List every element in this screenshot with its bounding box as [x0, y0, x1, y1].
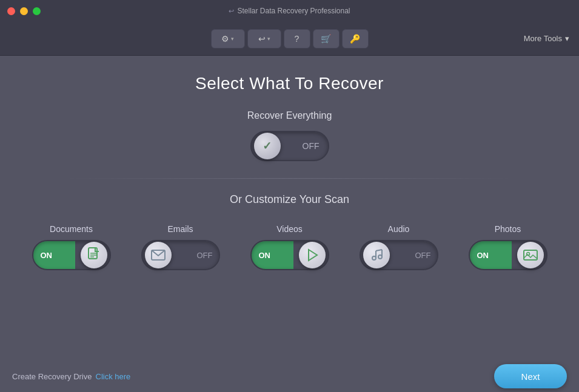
audio-label: Audio: [388, 224, 410, 234]
maximize-button[interactable]: [33, 7, 41, 15]
videos-label: Videos: [276, 224, 303, 234]
create-recovery-section: Create Recovery Drive Click here: [12, 372, 130, 381]
settings-dropdown-arrow: ▾: [231, 36, 234, 42]
key-icon: 🔑: [350, 34, 360, 44]
help-icon: ?: [295, 34, 300, 44]
cart-icon: 🛒: [321, 34, 331, 44]
videos-thumb: [299, 242, 326, 268]
svg-rect-11: [524, 250, 537, 260]
emails-off-label: OFF: [197, 251, 213, 260]
emails-thumb: [145, 242, 172, 268]
settings-icon: ⚙: [221, 34, 229, 44]
photos-thumb: [517, 242, 544, 268]
document-icon: [87, 247, 101, 263]
photos-icon: [523, 248, 538, 262]
photos-label: Photos: [495, 224, 521, 234]
audio-category: Audio OFF: [360, 224, 438, 270]
recover-everything-state-label: OFF: [303, 141, 320, 151]
videos-category: Videos ON: [250, 224, 329, 270]
video-icon: [306, 248, 319, 262]
recover-everything-track[interactable]: ✓ OFF: [250, 131, 329, 161]
cart-button[interactable]: 🛒: [313, 29, 340, 48]
documents-thumb: [81, 242, 107, 268]
help-button[interactable]: ?: [284, 29, 310, 48]
app-name-label: Stellar Data Recovery Professional: [237, 7, 350, 15]
divider: [68, 178, 512, 179]
key-button[interactable]: 🔑: [342, 29, 369, 48]
svg-line-10: [376, 250, 382, 251]
svg-marker-5: [309, 250, 317, 261]
back-arrow-icon: ↩: [229, 7, 234, 15]
email-icon: [151, 250, 166, 261]
emails-label: Emails: [167, 224, 193, 234]
recover-everything-toggle[interactable]: ✓ OFF: [250, 131, 329, 161]
create-recovery-label: Create Recovery Drive: [12, 372, 92, 381]
minimize-button[interactable]: [20, 7, 28, 15]
bottom-bar: Create Recovery Drive Click here Next: [0, 360, 579, 392]
page-title: Select What To Recover: [195, 74, 384, 93]
click-here-link[interactable]: Click here: [96, 372, 131, 381]
more-tools-label: More Tools: [524, 34, 562, 43]
videos-toggle[interactable]: ON: [250, 240, 329, 270]
more-tools-button[interactable]: More Tools ▾: [524, 34, 569, 43]
more-tools-arrow-icon: ▾: [565, 34, 569, 43]
main-content: Select What To Recover Recover Everythin…: [0, 56, 579, 392]
audio-icon: [369, 248, 384, 262]
app-title: ↩ Stellar Data Recovery Professional: [229, 7, 350, 15]
customize-scan-label: Or Customize Your Scan: [230, 193, 349, 206]
history-button[interactable]: ↩ ▾: [247, 29, 281, 48]
settings-button[interactable]: ⚙ ▾: [211, 29, 245, 48]
history-dropdown-arrow: ▾: [267, 36, 270, 42]
recover-everything-thumb: ✓: [254, 133, 281, 159]
toolbar: ⚙ ▾ ↩ ▾ ? 🛒 🔑 More Tools ▾: [0, 22, 579, 56]
audio-thumb: [363, 242, 390, 268]
videos-on-label: ON: [259, 251, 271, 260]
categories-row: Documents ON Emails: [32, 224, 547, 270]
emails-category: Emails OFF: [141, 224, 220, 270]
documents-category: Documents ON: [32, 224, 111, 270]
close-button[interactable]: [7, 7, 15, 15]
photos-category: Photos ON: [469, 224, 547, 270]
title-bar: ↩ Stellar Data Recovery Professional: [0, 0, 579, 22]
next-button[interactable]: Next: [494, 364, 567, 388]
traffic-lights: [7, 7, 41, 15]
audio-toggle[interactable]: OFF: [360, 240, 438, 270]
recover-everything-label: Recover Everything: [247, 110, 332, 121]
history-icon: ↩: [258, 34, 266, 44]
emails-toggle[interactable]: OFF: [141, 240, 220, 270]
check-icon: ✓: [263, 139, 272, 153]
documents-label: Documents: [50, 224, 93, 234]
audio-off-label: OFF: [415, 251, 431, 260]
photos-toggle[interactable]: ON: [469, 240, 547, 270]
documents-toggle[interactable]: ON: [32, 240, 111, 270]
photos-on-label: ON: [477, 251, 489, 260]
toolbar-center: ⚙ ▾ ↩ ▾ ? 🛒 🔑: [211, 29, 369, 48]
documents-on-label: ON: [41, 251, 53, 260]
